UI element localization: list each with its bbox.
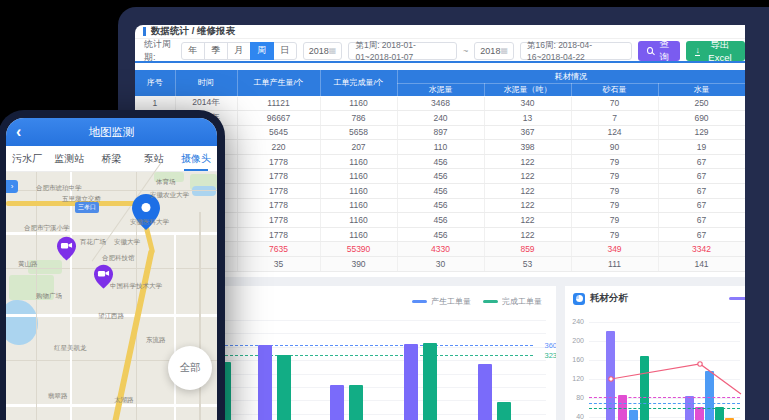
- show-all-button[interactable]: 全部: [168, 346, 212, 390]
- map-label: 中国科学技术大学: [110, 282, 162, 291]
- table-cell: 1160: [320, 227, 397, 242]
- map-label: 合肥市琥珀中学: [36, 184, 82, 193]
- table-cell: 398: [484, 140, 571, 155]
- map-canvas[interactable]: 三孝口 › 全部 合肥市琥珀中学体育场安徽农业大学: [6, 172, 217, 420]
- map-label: 东流路: [146, 336, 166, 345]
- table-cell: 122: [484, 154, 571, 169]
- table-cell: 456: [397, 227, 484, 242]
- table-cell: 67: [658, 198, 745, 213]
- map-label: 百花广场: [80, 238, 106, 247]
- phone-screen: ‹ 地图监测 污水厂 监测站 桥梁 泵站 摄像头: [6, 118, 217, 420]
- calendar-icon: ▦: [329, 46, 337, 55]
- table-cell: 3342: [658, 242, 745, 257]
- table-cell: 1160: [320, 198, 397, 213]
- table-cell: 13: [484, 111, 571, 126]
- table-cell: 5645: [237, 125, 320, 140]
- col-completed: 工单完成量/个: [320, 70, 397, 96]
- table-row: 82021年177811604561227967: [135, 198, 745, 213]
- tab-camera[interactable]: 摄像头: [175, 146, 217, 171]
- table-cell: 122: [484, 213, 571, 228]
- map-label: 太湖路: [114, 396, 134, 405]
- table-cell: 4330: [397, 242, 484, 257]
- camera-pin-icon[interactable]: [57, 236, 76, 261]
- tab-sewage-plant[interactable]: 污水厂: [6, 146, 48, 171]
- map-road: [70, 172, 72, 420]
- table-cell: 124: [571, 125, 658, 140]
- calendar-icon: ▦: [500, 46, 508, 55]
- map-road: [174, 232, 176, 420]
- bar: [478, 364, 492, 420]
- table-cell: 456: [397, 198, 484, 213]
- bar: [330, 385, 344, 420]
- col-sub-4: 水量: [658, 83, 745, 96]
- phone-title: 地图监测: [89, 125, 135, 140]
- dashboard-card: 数据统计 / 维修报表 统计周期: 年 季 月 周 日 2018 ▦ 第1周: …: [135, 25, 745, 420]
- query-button-label: 查询: [657, 38, 671, 64]
- table-cell: 390: [320, 257, 397, 272]
- table-row: 22015年96667786240137690: [135, 111, 745, 126]
- table-row: 32016年56455658897367124129: [135, 125, 745, 140]
- period-week-button[interactable]: 周: [250, 42, 274, 60]
- week-to-input[interactable]: 第16周: 2018-04-16~2018-04-22: [520, 42, 632, 60]
- reference-line-label: 323: [544, 351, 556, 360]
- table-cell: 690: [658, 111, 745, 126]
- map-label: 体育场: [156, 178, 176, 187]
- col-index: 序号: [135, 70, 175, 96]
- table-cell: 3468: [397, 96, 484, 111]
- year-to-select[interactable]: 2018 ▦: [474, 42, 514, 60]
- period-month-button[interactable]: 月: [227, 42, 251, 60]
- table-cell: 1778: [237, 198, 320, 213]
- filter-bar: 统计周期: 年 季 月 周 日 2018 ▦ 第1周: 2018-01-01~2…: [135, 40, 745, 63]
- col-sub-2: 水泥量（吨）: [484, 83, 571, 96]
- map-road: [199, 212, 201, 420]
- table-cell: 11121: [237, 96, 320, 111]
- map-expander-button[interactable]: ›: [6, 180, 18, 193]
- phone-mockup: ‹ 地图监测 污水厂 监测站 桥梁 泵站 摄像头: [0, 110, 225, 420]
- period-year-button[interactable]: 年: [181, 42, 205, 60]
- bar: [423, 343, 437, 420]
- export-excel-button[interactable]: ↓ 导出Excel: [686, 41, 745, 61]
- table-cell: 1778: [237, 227, 320, 242]
- table-cell: 30: [397, 257, 484, 272]
- tab-pump-station[interactable]: 泵站: [133, 146, 175, 171]
- year-from-select[interactable]: 2018 ▦: [303, 42, 343, 60]
- query-button[interactable]: 查询: [638, 41, 680, 61]
- phone-tab-bar: 污水厂 监测站 桥梁 泵站 摄像头: [6, 146, 217, 172]
- col-time: 时间: [175, 70, 237, 96]
- trend-line: [565, 286, 745, 420]
- tab-monitor-station[interactable]: 监测站: [48, 146, 90, 171]
- table-cell: 79: [571, 198, 658, 213]
- table-cell: 1160: [320, 184, 397, 199]
- table-cell: 786: [320, 111, 397, 126]
- map-highway: [111, 249, 154, 420]
- table-row: 72020年177811604561227967: [135, 184, 745, 199]
- bar: [349, 385, 363, 420]
- year-to-value: 2018: [480, 46, 500, 56]
- tab-bridge[interactable]: 桥梁: [90, 146, 132, 171]
- table-cell: 7635: [237, 242, 320, 257]
- search-icon: [647, 47, 653, 54]
- table-row: 102023年177811604561227967: [135, 227, 745, 242]
- col-created: 工单产生量/个: [237, 70, 320, 96]
- map-label: 红星美凯龙: [54, 344, 87, 353]
- table-cell: 53: [484, 257, 571, 272]
- total-row: 合计76355539043308593493342: [135, 242, 745, 257]
- table-cell: 240: [397, 111, 484, 126]
- period-day-button[interactable]: 日: [273, 42, 297, 60]
- table-body: 12014年11121116034683407025022015年9666778…: [135, 96, 745, 272]
- bar: [258, 345, 272, 420]
- map-label: 购物广场: [36, 292, 62, 301]
- map-water: [6, 300, 38, 345]
- period-quarter-button[interactable]: 季: [204, 42, 228, 60]
- table-cell: 456: [397, 213, 484, 228]
- breadcrumb-accent-bar: [143, 27, 146, 36]
- table-cell: 79: [571, 184, 658, 199]
- map-label: 翡翠路: [48, 392, 68, 401]
- average-row: 平均值353903053111141: [135, 257, 745, 272]
- chevron-left-icon[interactable]: ‹: [16, 125, 21, 139]
- map-road: [6, 404, 217, 407]
- map-water: [192, 186, 216, 196]
- table-row: 12014年111211160346834070250: [135, 96, 745, 111]
- week-from-input[interactable]: 第1周: 2018-01-01~2018-01-07: [348, 42, 457, 60]
- table-cell: 1160: [320, 154, 397, 169]
